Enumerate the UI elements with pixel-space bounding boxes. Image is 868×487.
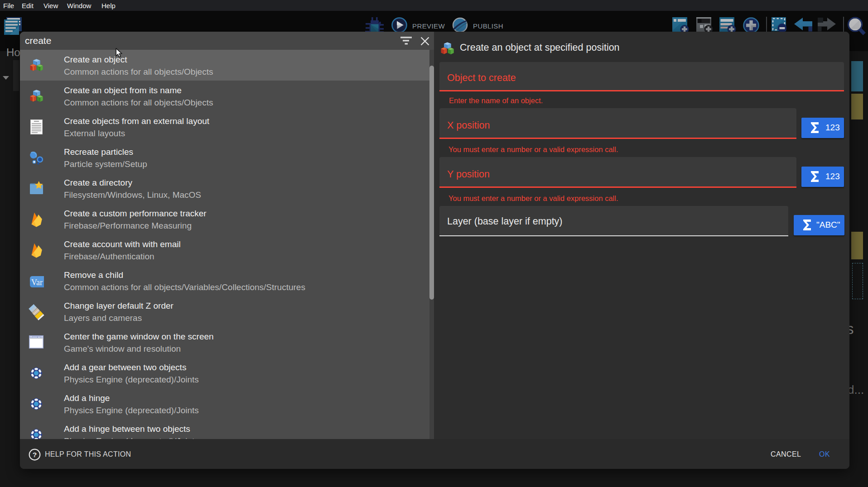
svg-text:?: ?: [33, 451, 37, 458]
svg-text:Var: Var: [31, 278, 43, 287]
